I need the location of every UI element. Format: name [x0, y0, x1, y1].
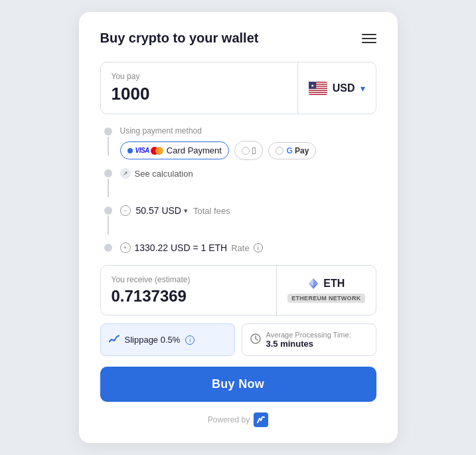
brand-logo-icon [256, 415, 266, 424]
eth-network-badge: ETHEREUM NETWORK [287, 294, 364, 303]
svg-marker-13 [313, 278, 318, 286]
step4-dot-wrap [103, 244, 114, 252]
see-calculation-label: See calculation [135, 169, 193, 179]
gpay-label: G Pay [286, 146, 309, 155]
eth-icon [307, 278, 319, 290]
apple-radio-empty [242, 147, 250, 155]
currency-chevron-icon: ▾ [360, 83, 365, 94]
currency-selector[interactable]: ★ USD ▾ [297, 62, 376, 114]
card-payment-label: Card Payment [167, 145, 222, 155]
svg-text:★: ★ [311, 84, 314, 88]
step2-line [108, 179, 109, 197]
you-receive-amount: 0.7137369 [112, 287, 266, 306]
svg-rect-4 [309, 88, 327, 90]
svg-rect-5 [309, 90, 327, 92]
step2-dot-wrap [103, 169, 114, 197]
processing-time-box: Average Processing Time: 3.5 minutes [242, 323, 376, 356]
steps-container: Using payment method VISA Card Payment [100, 122, 376, 257]
rate-row: + 1330.22 USD = 1 ETH Rate i [120, 242, 376, 253]
step1-line [108, 137, 109, 155]
fees-label: Total fees [193, 206, 230, 216]
step1-dot [104, 128, 112, 136]
see-calculation-button[interactable]: ↗ See calculation [120, 168, 376, 179]
calculation-icon: ↗ [120, 168, 131, 179]
you-receive-label: You receive (estimate) [112, 275, 266, 284]
rate-label: Rate [231, 243, 249, 253]
you-pay-box: You pay 1000 ★ USD ▾ [100, 62, 376, 114]
currency-label: USD [333, 82, 355, 94]
processing-label: Average Processing Time: [266, 331, 351, 339]
svg-rect-6 [309, 92, 327, 94]
payment-method-content: Using payment method VISA Card Payment [120, 126, 376, 160]
slippage-box: Slippage 0.5% i [100, 323, 235, 356]
google-pay-option[interactable]: G Pay [268, 142, 316, 159]
card-payment-option[interactable]: VISA Card Payment [120, 141, 229, 159]
fees-row: − 50.57 USD ▾ Total fees [120, 205, 376, 216]
payment-method-label: Using payment method [120, 126, 376, 136]
step3-dot-wrap [103, 207, 114, 234]
clock-icon [250, 333, 261, 346]
rate-step: + 1330.22 USD = 1 ETH Rate i [103, 238, 376, 257]
eth-currency-label: ETH [323, 278, 345, 290]
payment-method-step: Using payment method VISA Card Payment [103, 122, 376, 164]
svg-line-16 [256, 339, 258, 340]
menu-button[interactable] [362, 34, 376, 43]
step2-dot [104, 169, 112, 177]
us-flag-icon: ★ [309, 82, 327, 95]
step3-line [108, 216, 109, 234]
rate-info-icon[interactable]: i [254, 243, 263, 252]
see-calculation-content: ↗ See calculation [120, 168, 376, 179]
clock-svg [250, 333, 261, 344]
rate-content: + 1330.22 USD = 1 ETH Rate i [120, 242, 376, 253]
gpay-radio-empty [276, 147, 283, 155]
you-pay-left: You pay 1000 [101, 62, 297, 114]
info-row: Slippage 0.5% i Average Processing Time:… [100, 323, 376, 356]
rate-icon: + [120, 242, 131, 253]
fees-amount-value: 50.57 USD [136, 205, 181, 216]
apple-pay-option[interactable]:  [234, 141, 263, 160]
visa-mc-icon: VISA [135, 147, 164, 155]
apple-icon:  [252, 145, 256, 156]
slippage-info-icon[interactable]: i [185, 335, 195, 345]
fees-step: − 50.57 USD ▾ Total fees [103, 201, 376, 238]
you-receive-left: You receive (estimate) 0.7137369 [101, 266, 277, 315]
powered-by-label: Powered by [208, 415, 250, 424]
step3-dot [104, 207, 112, 215]
chart-icon [109, 334, 119, 343]
rate-value: 1330.22 USD = 1 ETH [135, 242, 228, 253]
buy-now-button[interactable]: Buy Now [100, 367, 376, 402]
header: Buy crypto to your wallet [100, 31, 376, 46]
page-title: Buy crypto to your wallet [100, 31, 259, 46]
fees-icon: − [120, 205, 131, 216]
slippage-label: Slippage 0.5% [125, 335, 181, 345]
see-calculation-step: ↗ See calculation [103, 164, 376, 201]
eth-row: ETH [307, 278, 345, 290]
payment-methods-list: VISA Card Payment  [120, 141, 376, 160]
processing-text: Average Processing Time: 3.5 minutes [266, 331, 351, 349]
card-radio-dot [127, 148, 133, 153]
brand-logo [254, 412, 268, 427]
footer: Powered by [100, 412, 376, 427]
step4-dot [104, 244, 112, 252]
fees-content: − 50.57 USD ▾ Total fees [120, 205, 376, 216]
processing-value: 3.5 minutes [266, 339, 351, 349]
you-pay-label: You pay [112, 72, 287, 81]
you-receive-right: ETH ETHEREUM NETWORK [276, 266, 375, 315]
you-receive-box: You receive (estimate) 0.7137369 ETH ETH… [100, 265, 376, 316]
fees-dropdown-icon[interactable]: ▾ [184, 207, 188, 215]
svg-marker-12 [309, 278, 313, 286]
slippage-chart-icon [109, 334, 119, 345]
you-pay-amount: 1000 [112, 84, 287, 104]
main-card: Buy crypto to your wallet You pay 1000 [79, 12, 398, 443]
fees-amount: 50.57 USD ▾ [136, 205, 188, 216]
step1-dot-wrap [103, 128, 114, 155]
